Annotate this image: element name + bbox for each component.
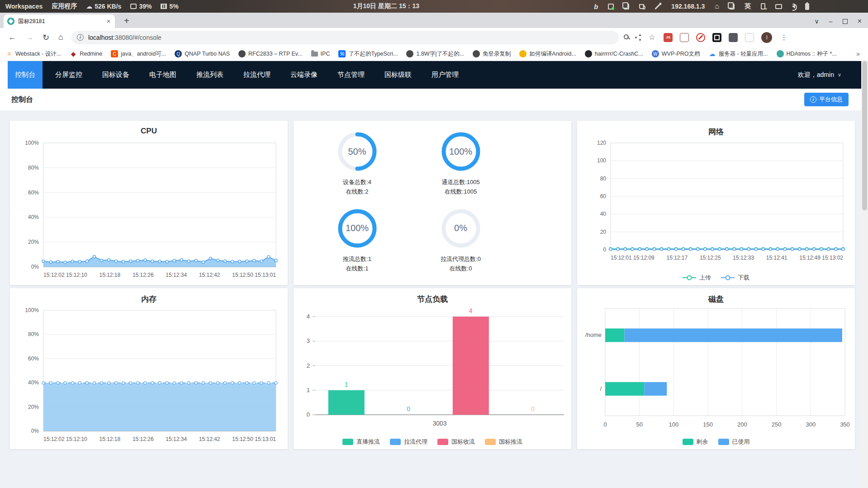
bookmark-qnap[interactable]: QQNAP Turbo NAS: [175, 50, 230, 57]
nav-item-console[interactable]: 控制台: [8, 61, 43, 89]
back-button[interactable]: ←: [5, 33, 20, 42]
site-info-icon[interactable]: i: [77, 34, 84, 41]
svg-text:15:12:26: 15:12:26: [133, 272, 154, 278]
bookmark-typescript-2[interactable]: 1.8W字|了不起的...: [406, 50, 464, 58]
workspaces-menu[interactable]: Workspaces: [5, 3, 43, 10]
nav-item-map[interactable]: 电子地图: [142, 61, 184, 89]
browser-tab[interactable]: 国标28181 ×: [4, 14, 115, 28]
reload-button[interactable]: ↻: [39, 33, 53, 43]
nav-item-split-monitor[interactable]: 分屏监控: [48, 61, 90, 89]
layers-icon: ≡: [5, 50, 13, 57]
push-stream-gauge: 100% 推流总数:1在线数:1: [305, 202, 409, 279]
extension-js-icon[interactable]: JS: [664, 33, 673, 42]
legend-item[interactable]: 国标推流: [485, 438, 522, 446]
window-minimize-button[interactable]: –: [829, 18, 833, 25]
bookmark-server-lighthouse[interactable]: ☁服务器 - 轻量应用...: [709, 50, 768, 58]
forward-button[interactable]: →: [22, 33, 37, 42]
bookmark-star-icon[interactable]: ☆: [645, 33, 659, 42]
workspaces-switcher-icon[interactable]: [729, 4, 735, 9]
svg-text:15:12:34: 15:12:34: [166, 272, 187, 278]
screen: Workspaces 应用程序 ☁ 526 KB/s 39% 5% 1月10日 …: [0, 0, 868, 488]
memory-usage-indicator[interactable]: 5%: [161, 3, 178, 10]
node-load-chart[interactable]: 0123410403003: [294, 305, 571, 433]
bookmark-wvp-pro-docs[interactable]: WWVP-PRO文档: [652, 50, 700, 58]
nav-item-user-manage[interactable]: 用户管理: [424, 61, 466, 89]
nav-item-gb-cascade[interactable]: 国标级联: [377, 61, 419, 89]
legend-swatch: [485, 439, 496, 445]
tab-search-chevron-icon[interactable]: ∨: [815, 18, 819, 25]
clock[interactable]: 1月10日 星期二 15：13: [179, 2, 594, 10]
cpu-usage-indicator[interactable]: 39%: [130, 3, 152, 10]
bookmark-github-crashc[interactable]: hairrrrr/C-CrashC...: [585, 50, 643, 57]
extension-cup-icon[interactable]: [680, 33, 689, 42]
memory-chart[interactable]: 0%20%40%60%80%100%15:12:0215:12:1015:12:…: [10, 305, 288, 449]
bookmark-compile-android[interactable]: 如何编译Android...: [519, 50, 576, 58]
bing-tray-icon[interactable]: b: [594, 3, 598, 10]
nav-item-cloud-record[interactable]: 云端录像: [283, 61, 325, 89]
user-menu[interactable]: 欢迎，admin ∨: [798, 71, 841, 79]
extension-adblock-icon[interactable]: [696, 33, 705, 42]
svg-text:4: 4: [307, 313, 310, 320]
legend-item[interactable]: 上传: [683, 274, 711, 282]
nav-item-node-manage[interactable]: 节点管理: [330, 61, 372, 89]
address-bar[interactable]: i localhost:38080/#/console: [71, 31, 619, 44]
svg-text:15:13:01: 15:13:01: [255, 272, 276, 278]
bookmark-redmine[interactable]: ◆Redmine: [70, 50, 102, 57]
window-close-button[interactable]: ×: [858, 17, 862, 25]
password-manager-icon[interactable]: [623, 34, 631, 41]
input-method-indicator[interactable]: 英: [745, 2, 751, 10]
bookmark-typescript[interactable]: 知了不起的TypeScri...: [338, 50, 398, 58]
legend-item[interactable]: 直播推流: [342, 438, 380, 446]
phone-link-icon[interactable]: [761, 3, 765, 9]
volume-icon[interactable]: [792, 4, 795, 9]
svg-text:50: 50: [636, 421, 642, 428]
disk-chart[interactable]: 050100150200250300350/home/: [577, 305, 855, 433]
share-icon[interactable]: [635, 37, 637, 38]
home-button[interactable]: ⌂: [55, 33, 67, 42]
profile-avatar[interactable]: l: [761, 32, 772, 43]
extension-dark-icon[interactable]: [712, 33, 721, 42]
svg-text:20: 20: [600, 229, 607, 235]
browser-menu-icon[interactable]: ⋮: [777, 33, 791, 42]
legend-item[interactable]: 下载: [721, 274, 749, 282]
color-picker-icon[interactable]: [655, 3, 661, 9]
dashboard-content: CPU 0%20%40%60%80%100%15:12:0215:12:1015…: [0, 111, 861, 488]
new-tab-button[interactable]: +: [120, 16, 133, 28]
legend-item[interactable]: 国标收流: [437, 438, 475, 446]
bookmark-folder-ipc[interactable]: IPC: [311, 51, 330, 57]
svg-text:15:12:42: 15:12:42: [199, 436, 220, 442]
extension-light-icon[interactable]: [745, 33, 754, 42]
network-speed-indicator[interactable]: ☁ 526 KB/s: [86, 3, 121, 10]
ip-address[interactable]: 192.168.1.3: [671, 3, 705, 10]
page-scrollbar[interactable]: [861, 61, 868, 488]
chevron-down-icon: ∨: [838, 72, 841, 78]
caffeine-icon[interactable]: [639, 4, 644, 9]
extensions-puzzle-icon[interactable]: [729, 33, 738, 42]
applications-menu[interactable]: 应用程序: [52, 2, 77, 10]
legend-item[interactable]: 拉流代理: [390, 438, 427, 446]
page-scrollbar-thumb[interactable]: [862, 61, 867, 210]
platform-info-button[interactable]: i 平台信息: [804, 93, 849, 106]
bookmark-hdatmos[interactable]: HDAtmos :: 种子 *...: [777, 50, 837, 58]
bookmark-rfc2833[interactable]: RFC2833 – RTP Ev...: [238, 50, 303, 57]
legend-item[interactable]: 剩余: [683, 438, 708, 446]
network-chart[interactable]: 02040608010012015:12:0115:12:0915:12:171…: [577, 137, 855, 269]
battery-icon[interactable]: [805, 3, 809, 10]
bookmarks-bar: ≡Webstack - 设计... ◆Redmine Cjava、android…: [0, 47, 868, 61]
nav-item-gb-devices[interactable]: 国标设备: [95, 61, 137, 89]
nav-item-pull-proxy[interactable]: 拉流代理: [236, 61, 278, 89]
legend-item[interactable]: 已使用: [718, 438, 750, 446]
window-maximize-button[interactable]: [843, 19, 848, 24]
bookmarks-overflow-chevron[interactable]: »: [856, 50, 863, 57]
nav-item-push-list[interactable]: 推流列表: [189, 61, 231, 89]
bookmark-copy-free[interactable]: 免登录复制: [473, 50, 511, 58]
app-indicator-icon[interactable]: [608, 4, 614, 9]
gauge-percent: 100%: [337, 208, 378, 249]
tab-close-icon[interactable]: ×: [106, 18, 111, 25]
cpu-chart[interactable]: 0%20%40%60%80%100%15:12:0215:12:1015:12:…: [10, 137, 288, 285]
home-tray-icon[interactable]: ⌂: [715, 2, 719, 10]
clipboard-icon[interactable]: [624, 4, 629, 9]
bookmark-webstack[interactable]: ≡Webstack - 设计...: [5, 50, 61, 58]
display-icon[interactable]: [775, 4, 782, 9]
bookmark-java-android[interactable]: Cjava、android可...: [111, 50, 166, 58]
